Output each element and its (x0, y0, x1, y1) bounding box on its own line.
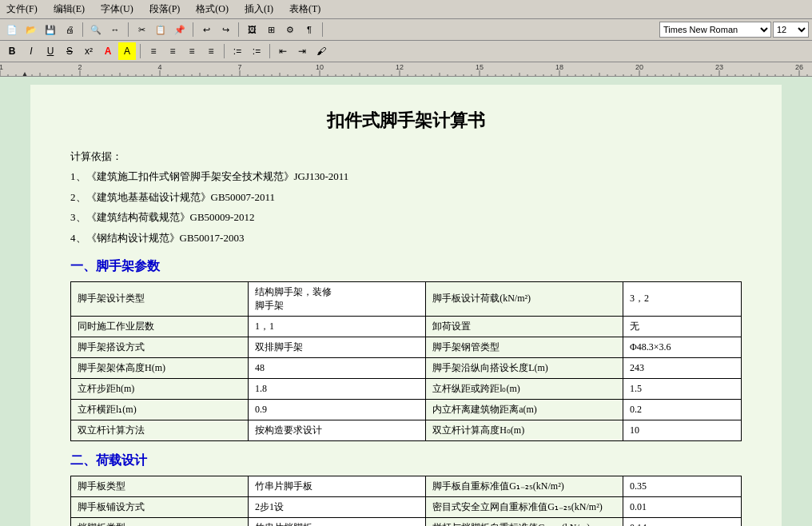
unordered-list-button[interactable]: := (248, 42, 265, 60)
menu-format[interactable]: 格式(O) (193, 2, 232, 17)
paragraph-mark-button[interactable]: ¶ (301, 21, 318, 38)
table-row: 脚手板类型 竹串片脚手板 脚手板自重标准值G₁₋₂₅(kN/m²) 0.35 (71, 476, 742, 496)
align-right-button[interactable]: ≡ (183, 42, 201, 60)
cell-value: 10 (623, 420, 741, 440)
paste-button[interactable]: 📌 (171, 21, 189, 38)
cell-label: 脚手架搭设方式 (71, 337, 249, 357)
table-row: 立杆横距l₁(m) 0.9 内立杆离建筑物距离a(m) 0.2 (71, 399, 742, 420)
cut-button[interactable]: ✂ (133, 21, 150, 38)
cell-label: 脚手板铺设方式 (71, 496, 249, 517)
ref-1: 1、《建筑施工扣件式钢管脚手架安全技术规范》JGJ130-2011 (70, 167, 742, 185)
cell-label: 卸荷设置 (426, 316, 623, 337)
menu-paragraph[interactable]: 段落(P) (146, 2, 184, 17)
insert-table-button[interactable]: ⊞ (262, 21, 280, 38)
cell-label: 立杆步距h(m) (71, 378, 249, 399)
cell-value: 结构脚手架，装修 脚手架 (249, 281, 426, 316)
cell-value: 0.01 (623, 496, 741, 517)
cell-value: 竹串片脚手板 (249, 476, 426, 496)
ref-2: 2、《建筑地基基础设计规范》GB50007-2011 (70, 188, 742, 206)
underline-button[interactable]: U (42, 42, 59, 60)
cell-value: 0.14 (623, 517, 741, 526)
redo-button[interactable]: ↪ (217, 21, 234, 38)
doc-container: 扣件式脚手架计算书 计算依据： 1、《建筑施工扣件式钢管脚手架安全技术规范》JG… (0, 77, 812, 526)
highlight-button[interactable]: A (118, 42, 136, 60)
sep6 (140, 44, 141, 58)
align-center-button[interactable]: ≡ (164, 42, 181, 60)
new-button[interactable]: 📄 (3, 21, 21, 38)
standard-toolbar: 📄 📂 💾 🖨 🔍 ↔ ✂ 📋 📌 ↩ ↪ 🖼 ⊞ ⚙ ¶ Times New … (0, 19, 812, 41)
open-button[interactable]: 📂 (22, 21, 40, 38)
section2-header: 二、荷载设计 (70, 452, 742, 469)
italic-button[interactable]: I (22, 42, 40, 60)
cell-value: 竹串片挡脚板 (249, 517, 426, 526)
cell-value: 3，2 (623, 281, 741, 316)
font-color-button[interactable]: A (99, 42, 117, 60)
insert-image-button[interactable]: 🖼 (243, 21, 261, 38)
cell-label: 双立杆计算方法 (71, 420, 249, 440)
sep4 (238, 22, 239, 37)
ref-3: 3、《建筑结构荷载规范》GB50009-2012 (70, 208, 742, 226)
cell-value: 48 (249, 357, 426, 378)
cell-label: 双立杆计算高度H₀(m) (426, 420, 623, 440)
menu-table[interactable]: 表格(T) (286, 2, 324, 17)
strikethrough-button[interactable]: S (61, 42, 78, 60)
increase-indent-button[interactable]: ⇥ (293, 42, 311, 60)
cell-label: 栏杆与挡脚板自重标准值G₂₋₂₅(kN/m) (426, 517, 623, 526)
table-row: 同时施工作业层数 1，1 卸荷设置 无 (71, 316, 742, 337)
menu-edit[interactable]: 编辑(E) (50, 2, 88, 17)
sep5 (322, 22, 323, 37)
save-button[interactable]: 💾 (42, 21, 59, 38)
format-button[interactable]: ⚙ (281, 21, 299, 38)
decrease-indent-button[interactable]: ⇤ (274, 42, 292, 60)
load-design-table: 脚手板类型 竹串片脚手板 脚手板自重标准值G₁₋₂₅(kN/m²) 0.35 脚… (70, 476, 742, 526)
table-row: 双立杆计算方法 按构造要求设计 双立杆计算高度H₀(m) 10 (71, 420, 742, 440)
table-row: 挡脚板类型 竹串片挡脚板 栏杆与挡脚板自重标准值G₂₋₂₅(kN/m) 0.14 (71, 517, 742, 526)
cell-value: 0.35 (623, 476, 741, 496)
ruler (0, 62, 812, 77)
bold-button[interactable]: B (3, 42, 21, 60)
cell-value: 0.2 (623, 399, 741, 420)
doc-scroll[interactable]: 扣件式脚手架计算书 计算依据： 1、《建筑施工扣件式钢管脚手架安全技术规范》JG… (0, 77, 812, 526)
cell-label: 脚手架沿纵向搭设长度L(m) (426, 357, 623, 378)
font-size-select[interactable]: 12 891011 141618 (773, 22, 809, 38)
sep1 (82, 22, 83, 37)
replace-button[interactable]: ↔ (106, 21, 124, 38)
ordered-list-button[interactable]: := (229, 42, 246, 60)
cell-label: 立杆横距l₁(m) (71, 399, 249, 420)
cell-label: 脚手板类型 (71, 476, 249, 496)
cell-label: 脚手架钢管类型 (426, 337, 623, 357)
cell-value: Φ48.3×3.6 (623, 337, 741, 357)
cell-label: 密目式安全立网自重标准值G₁₋₂₅(kN/m²) (426, 496, 623, 517)
sep3 (193, 22, 193, 37)
copy-button[interactable]: 📋 (152, 21, 169, 38)
cell-label: 立杆纵距或跨距l₀(m) (426, 378, 623, 399)
undo-button[interactable]: ↩ (197, 21, 215, 38)
align-left-button[interactable]: ≡ (145, 42, 162, 60)
format-toolbar: B I U S x² A A ≡ ≡ ≡ ≡ := := ⇤ ⇥ 🖌 (0, 41, 812, 62)
cell-label: 内立杆离建筑物距离a(m) (426, 399, 623, 420)
superscript-button[interactable]: x² (80, 42, 98, 60)
cell-value: 无 (623, 316, 741, 337)
section1-header: 一、脚手架参数 (70, 258, 742, 275)
cell-value: 2步1设 (249, 496, 426, 517)
format-painter-button[interactable]: 🖌 (312, 42, 330, 60)
find-button[interactable]: 🔍 (87, 21, 105, 38)
cell-value: 按构造要求设计 (249, 420, 426, 440)
doc-page: 扣件式脚手架计算书 计算依据： 1、《建筑施工扣件式钢管脚手架安全技术规范》JG… (30, 85, 782, 526)
menu-file[interactable]: 文件(F) (3, 2, 41, 17)
cell-label: 脚手板设计荷载(kN/m²) (426, 281, 623, 316)
menu-bar: 文件(F) 编辑(E) 字体(U) 段落(P) 格式(O) 插入(I) 表格(T… (0, 0, 812, 19)
cell-value: 1，1 (249, 316, 426, 337)
scaffold-params-table: 脚手架设计类型 结构脚手架，装修 脚手架 脚手板设计荷载(kN/m²) 3，2 … (70, 281, 742, 441)
cell-value: 0.9 (249, 399, 426, 420)
cell-value: 1.8 (249, 378, 426, 399)
align-justify-button[interactable]: ≡ (202, 42, 220, 60)
menu-font[interactable]: 字体(U) (98, 2, 137, 17)
table-row: 脚手板铺设方式 2步1设 密目式安全立网自重标准值G₁₋₂₅(kN/m²) 0.… (71, 496, 742, 517)
cell-label: 脚手板自重标准值G₁₋₂₅(kN/m²) (426, 476, 623, 496)
print-preview-button[interactable]: 🖨 (61, 21, 78, 38)
cell-value: 243 (623, 357, 741, 378)
font-name-select[interactable]: Times New Roman Arial 宋体 黑体 (659, 22, 771, 38)
menu-insert[interactable]: 插入(I) (241, 2, 277, 17)
sep8 (269, 44, 270, 58)
